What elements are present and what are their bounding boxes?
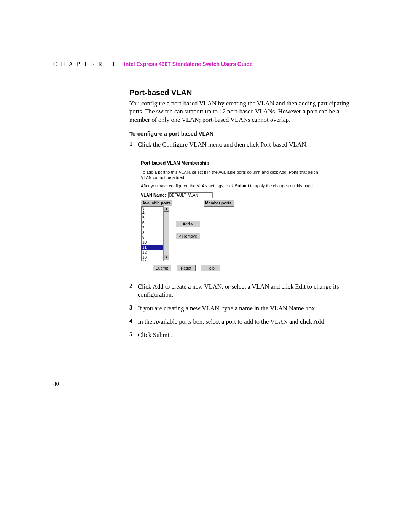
running-header: CHAPTER 4 Intel Express 460T Standalone … [53,61,358,69]
step-number: 5 [129,331,138,339]
member-ports-listbox[interactable] [204,206,234,261]
step-text: If you are creating a new VLAN, type a n… [138,304,358,312]
vlan-membership-screenshot: Port-based VLAN Membership To add a port… [141,160,358,271]
page-number: 40 [53,381,59,387]
step-number: 1 [129,141,138,149]
step-text: Click Submit. [138,331,358,339]
reset-button[interactable]: Reset [177,265,196,271]
list-item[interactable]: 9 [141,235,163,240]
step-number: 2 [129,283,138,299]
list-item[interactable]: 4 [141,211,163,216]
available-ports-listbox[interactable]: 34567891011121314 [141,206,164,261]
guide-title: Intel Express 460T Standalone Switch Use… [124,61,253,67]
add-button[interactable]: Add > [176,221,200,227]
scroll-down-icon[interactable]: ▼ [164,255,169,260]
screenshot-instruction-1: To add a port to this VLAN, select it in… [141,169,358,181]
step-4: 4 In the Available ports box, select a p… [129,318,358,326]
list-item[interactable]: 8 [141,231,163,236]
screenshot-title: Port-based VLAN Membership [141,160,358,166]
step-3: 3 If you are creating a new VLAN, type a… [129,304,358,312]
step-text: Click the Configure VLAN menu and then c… [138,141,358,149]
submit-button[interactable]: Submit [152,265,171,271]
chapter-label: CHAPTER [53,61,106,67]
vlan-name-input[interactable] [168,192,213,198]
sub-heading: To configure a port-based VLAN [129,131,358,137]
intro-paragraph: You configure a port-based VLAN by creat… [129,99,358,124]
available-ports-header: Available ports [141,200,172,206]
scroll-up-icon[interactable]: ▲ [164,206,169,212]
section-title: Port-based VLAN [129,88,358,97]
screenshot-instruction-2: After you have configured the VLAN setti… [141,183,358,189]
list-item[interactable]: 10 [141,240,163,245]
list-item[interactable]: 14 [141,260,163,261]
list-item[interactable]: 3 [141,206,163,211]
member-ports-header: Member ports [204,200,234,206]
step-text: In the Available ports box, select a por… [138,318,358,326]
step-number: 4 [129,318,138,326]
step-number: 3 [129,304,138,312]
list-item[interactable]: 7 [141,226,163,231]
list-item[interactable]: 12 [141,250,163,255]
step-5: 5 Click Submit. [129,331,358,339]
chapter-number: 4 [112,61,115,67]
step-1: 1 Click the Configure VLAN menu and then… [129,141,358,149]
step-text: Click Add to create a new VLAN, or selec… [138,283,358,299]
list-item[interactable]: 11 [141,245,163,250]
list-item[interactable]: 13 [141,255,163,260]
step-2: 2 Click Add to create a new VLAN, or sel… [129,283,358,299]
help-button[interactable]: Help [201,265,220,271]
list-item[interactable]: 6 [141,221,163,226]
vlan-name-label: VLAN Name: [141,193,166,197]
remove-button[interactable]: < Remove [176,233,200,239]
list-item[interactable]: 5 [141,216,163,221]
available-ports-scrollbar[interactable]: ▲ ▼ [164,206,169,260]
